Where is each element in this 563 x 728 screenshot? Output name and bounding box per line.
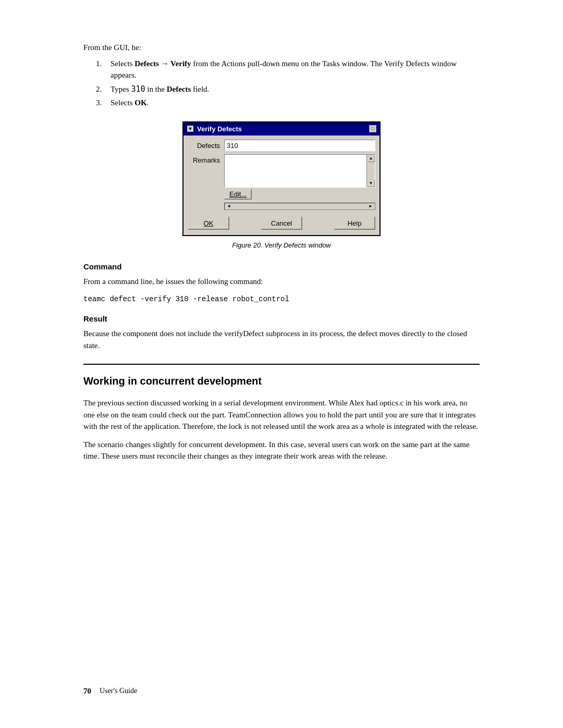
step-1-num: 1. [96, 58, 106, 81]
hscroll-left-arrow[interactable]: ◄ [226, 204, 232, 209]
defects-row: Defects [188, 140, 375, 151]
dialog-body: Defects Remarks ▲ ▼ Edit [183, 135, 380, 235]
dialog-title: Verify Defects [197, 124, 242, 134]
step-list: 1. Selects Defects → Verify from the Act… [94, 58, 480, 109]
step-2-text: Types 310 in the Defects field. [111, 83, 480, 95]
command-intro: From a command line, he issues the follo… [83, 276, 480, 288]
remarks-row: Remarks ▲ ▼ [188, 154, 375, 188]
edit-button[interactable]: Edit... [224, 189, 252, 200]
dialog-close-icon[interactable]: □ [369, 125, 376, 132]
page-number: 70 [83, 685, 91, 697]
dialog-titlebar: ▼ Verify Defects □ [183, 122, 380, 136]
hscroll-right-arrow[interactable]: ► [368, 204, 374, 209]
section-divider [83, 364, 480, 365]
intro-text: From the GUI, he: [83, 42, 480, 54]
step-1: 1. Selects Defects → Verify from the Act… [94, 58, 480, 81]
edit-button-row: Edit... [188, 189, 375, 200]
step-2-num: 2. [96, 83, 106, 95]
command-heading: Command [83, 261, 480, 273]
page-footer: 70 User's Guide [83, 685, 480, 697]
scroll-up-arrow[interactable]: ▲ [368, 155, 375, 162]
cancel-button[interactable]: Cancel [261, 216, 302, 230]
step-3-num: 3. [96, 97, 106, 109]
defects-input[interactable] [224, 140, 375, 151]
dialog-window: ▼ Verify Defects □ Defects Remarks ▲ [182, 121, 381, 237]
scroll-down-arrow[interactable]: ▼ [368, 180, 375, 187]
remarks-scrollbar-v[interactable]: ▲ ▼ [366, 155, 375, 187]
help-button[interactable]: Help [334, 216, 375, 230]
dialog-menu-icon[interactable]: ▼ [187, 125, 194, 132]
ok-button[interactable]: OK [188, 216, 229, 230]
defects-label: Defects [188, 140, 224, 151]
result-heading: Result [83, 313, 480, 325]
footer-label: User's Guide [100, 685, 137, 696]
remarks-area: ▲ ▼ [224, 154, 375, 188]
step-3-text: Selects OK. [111, 97, 480, 109]
dialog-btn-row: OK Cancel Help [188, 214, 375, 231]
section-title: Working in concurrent development [83, 373, 480, 389]
command-code: teamc defect -verify 310 -release robot_… [83, 294, 480, 305]
hscroll-row: ◄ ► [188, 203, 375, 210]
para2: The scenario changes slightly for concur… [83, 439, 480, 462]
step-2: 2. Types 310 in the Defects field. [94, 83, 480, 95]
step-3: 3. Selects OK. [94, 97, 480, 109]
remarks-label: Remarks [188, 154, 224, 166]
figure-caption: Figure 20. Verify Defects window [83, 240, 480, 251]
step-1-text: Selects Defects → Verify from the Action… [111, 58, 480, 81]
para1: The previous section discussed working i… [83, 397, 480, 433]
titlebar-left: ▼ Verify Defects [187, 124, 242, 134]
page: From the GUI, he: 1. Selects Defects → V… [0, 0, 563, 728]
result-text: Because the component does not include t… [83, 328, 480, 351]
hscroll-bar[interactable]: ◄ ► [224, 203, 375, 210]
dialog-container: ▼ Verify Defects □ Defects Remarks ▲ [83, 121, 480, 237]
